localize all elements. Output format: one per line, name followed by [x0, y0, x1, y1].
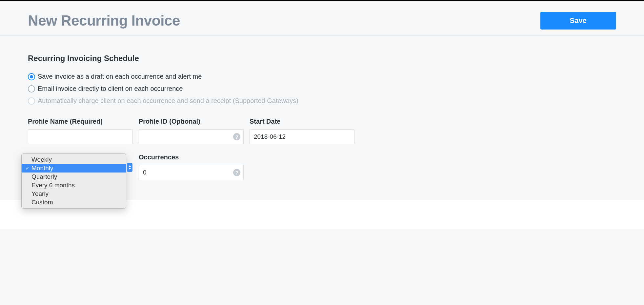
schedule-option-label: Email invoice directly to client on each… — [38, 85, 183, 92]
start-date-input[interactable] — [250, 129, 354, 144]
fields-row-2: Weekly ✓Monthly Quarterly Every 6 months… — [28, 153, 616, 180]
dropdown-item-custom[interactable]: Custom — [22, 198, 126, 207]
field-start-date: Start Date — [250, 118, 354, 144]
dropdown-item-quarterly[interactable]: Quarterly — [22, 173, 126, 181]
dropdown-item-every6[interactable]: Every 6 months — [22, 181, 126, 190]
start-date-label: Start Date — [250, 118, 354, 125]
profile-name-label: Profile Name (Required) — [28, 118, 133, 125]
radio-icon — [28, 97, 35, 105]
chevron-down-icon — [129, 168, 131, 170]
radio-icon — [28, 85, 35, 92]
check-icon: ✓ — [26, 166, 31, 171]
occurrences-label: Occurrences — [139, 153, 244, 161]
section-title: Recurring Invoicing Schedule — [28, 54, 616, 63]
field-occurrences: Occurrences ? — [139, 153, 244, 180]
schedule-option-draft[interactable]: Save invoice as a draft on each occurren… — [28, 73, 616, 80]
frequency-dropdown[interactable]: Weekly ✓Monthly Quarterly Every 6 months… — [21, 153, 126, 209]
page-header: New Recurring Invoice Save — [0, 1, 644, 36]
occurrences-input[interactable] — [139, 165, 244, 180]
help-icon[interactable]: ? — [233, 169, 240, 176]
profile-id-label: Profile ID (Optional) — [139, 118, 244, 125]
content-area: Recurring Invoicing Schedule Save invoic… — [0, 36, 644, 200]
dropdown-item-monthly[interactable]: ✓Monthly — [22, 164, 126, 173]
help-icon[interactable]: ? — [233, 133, 240, 140]
schedule-option-label: Save invoice as a draft on each occurren… — [38, 73, 202, 80]
schedule-option-label: Automatically charge client on each occu… — [38, 97, 298, 105]
frequency-field: Weekly ✓Monthly Quarterly Every 6 months… — [28, 153, 133, 180]
field-profile-id: Profile ID (Optional) ? — [139, 118, 244, 144]
page-title: New Recurring Invoice — [28, 12, 180, 29]
schedule-option-email[interactable]: Email invoice directly to client on each… — [28, 85, 616, 92]
radio-icon — [28, 73, 35, 80]
field-profile-name: Profile Name (Required) — [28, 118, 133, 144]
dropdown-item-yearly[interactable]: Yearly — [22, 190, 126, 198]
profile-name-input[interactable] — [28, 129, 133, 144]
select-stepper-icon[interactable] — [127, 163, 132, 172]
profile-id-input[interactable] — [139, 129, 244, 144]
fields-row-1: Profile Name (Required) Profile ID (Opti… — [28, 118, 616, 144]
chevron-up-icon — [129, 165, 131, 167]
save-button[interactable]: Save — [540, 12, 616, 30]
dropdown-item-weekly[interactable]: Weekly — [22, 155, 126, 164]
schedule-option-autocharge: Automatically charge client on each occu… — [28, 97, 616, 105]
